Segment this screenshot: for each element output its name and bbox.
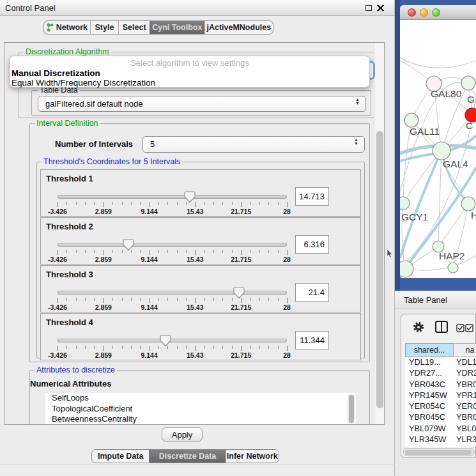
close-traffic-light-icon[interactable] <box>408 8 416 17</box>
threshold-3-slider[interactable]: -3.4262.8599.14415.4321.71528 <box>58 287 287 312</box>
settings-vertical-scrollbar[interactable] <box>374 43 385 425</box>
cell-name[interactable]: YBL0 <box>454 424 476 434</box>
slider-major-tick <box>104 298 104 303</box>
column-header-name[interactable]: na <box>454 343 476 357</box>
spinner-stepper-icon[interactable]: ▲▼ <box>354 138 358 146</box>
number-of-intervals-value: 5 <box>150 139 155 149</box>
network-node[interactable] <box>400 197 410 210</box>
table-data-combo[interactable]: galFiltered.sif default node ▲▼ <box>38 96 366 112</box>
slider-thumb[interactable] <box>160 335 171 347</box>
slider-major-tick <box>104 250 104 255</box>
network-graph[interactable]: GAL80 G. C GAL11 GAL4 GCY1 H HAP2 <box>400 20 476 278</box>
cell-name[interactable]: YBR0 <box>454 380 476 390</box>
cell-shared-name[interactable]: YDR27... <box>405 368 454 379</box>
scrollbar-thumb[interactable] <box>349 395 354 423</box>
tab-infer-network[interactable]: Infer Network <box>226 450 279 463</box>
cell-shared-name[interactable]: YBR045C <box>405 412 454 423</box>
apply-button[interactable]: Apply <box>162 427 203 441</box>
gear-icon[interactable] <box>412 321 425 334</box>
table-row[interactable]: YDL19...YDL1 <box>405 357 476 368</box>
combo-stepper-icon[interactable]: ▲▼ <box>355 98 360 105</box>
table-row[interactable]: YLR345WYLR3 <box>405 434 476 445</box>
network-nodes[interactable] <box>400 76 476 277</box>
number-of-intervals-spinner[interactable]: 5 ▲▼ <box>142 136 365 153</box>
tab-discretize-data[interactable]: Discretize Data <box>149 450 225 463</box>
cell-shared-name[interactable]: YIL052C <box>405 445 454 447</box>
float-window-icon[interactable] <box>365 5 372 11</box>
tab-style[interactable]: Style <box>90 21 119 34</box>
cell-name[interactable]: YDR2 <box>454 368 476 379</box>
numerical-attributes-list[interactable]: SelfLoops TopologicalCoefficient Between… <box>45 393 356 425</box>
cell-shared-name[interactable]: YBR043C <box>405 380 454 390</box>
column-header-shared-name[interactable]: shared... <box>405 343 454 357</box>
tab-select[interactable]: Select <box>118 21 150 34</box>
cell-shared-name[interactable]: YDL19... <box>405 357 454 368</box>
tab-cyni-toolbox[interactable]: Cyni Toolbox <box>150 21 204 34</box>
table-row[interactable]: YBL079WYBL0 <box>405 424 476 434</box>
cell-name[interactable]: YPR1 <box>454 390 476 401</box>
network-node[interactable] <box>400 261 413 277</box>
list-item[interactable]: SelfLoops <box>45 393 356 404</box>
slider-track[interactable] <box>58 339 287 342</box>
slider-thumb[interactable] <box>184 191 196 203</box>
network-node[interactable] <box>404 113 418 127</box>
threshold-2-slider[interactable]: -3.4262.8599.14415.4321.71528 <box>58 239 287 265</box>
cell-shared-name[interactable]: YPR145W <box>405 390 454 401</box>
slider-track[interactable] <box>58 291 287 295</box>
slider-track[interactable] <box>58 243 287 247</box>
threshold-4-slider[interactable]: -3.4262.8599.14415.4321.71528 <box>58 335 287 360</box>
slider-track[interactable] <box>58 195 287 199</box>
threshold-3-value-field[interactable]: 21.4 <box>295 283 329 302</box>
threshold-2-value-field[interactable]: 6.316 <box>295 235 329 254</box>
column-layout-icon[interactable] <box>434 320 449 334</box>
minimize-traffic-light-icon[interactable] <box>420 8 428 17</box>
table-row[interactable]: YER054CYER0 <box>405 401 476 412</box>
slider-tick-label: -3.426 <box>48 208 67 215</box>
slider-tick-label: 21.715 <box>231 256 251 263</box>
table-row[interactable]: YDR27...YDR2 <box>405 368 476 379</box>
tab-select-label: Select <box>123 23 146 32</box>
table-rows: YDL19...YDL1 YDR27...YDR2 YBR043CYBR0 YP… <box>405 357 476 447</box>
slider-thumb[interactable] <box>233 287 245 299</box>
scrollbar-thumb[interactable] <box>405 450 472 455</box>
cell-name[interactable]: YER0 <box>454 401 476 412</box>
threshold-1-value-field[interactable]: 14.713 <box>295 187 329 206</box>
table-row[interactable]: YIL052CYIL0 <box>405 445 476 447</box>
tab-cyni-toolbox-label: Cyni Toolbox <box>152 23 202 32</box>
algorithm-option-equal-width[interactable]: Equal Width/Frequency Discretization <box>12 78 155 88</box>
checkbox-icon[interactable] <box>456 324 464 332</box>
threshold-1-slider[interactable]: -3.4262.8599.14415.4321.71528 <box>58 191 287 217</box>
cell-name[interactable]: YBR0 <box>454 412 476 423</box>
table-row[interactable]: YPR145WYPR1 <box>405 390 476 401</box>
scrollbar-thumb[interactable] <box>376 131 383 408</box>
slider-thumb[interactable] <box>123 239 134 251</box>
cell-shared-name[interactable]: YBL079W <box>405 424 454 434</box>
close-icon[interactable] <box>377 4 384 12</box>
algorithm-option-manual[interactable]: Manual Discretization <box>12 68 100 78</box>
cell-name[interactable]: YDL1 <box>454 357 476 368</box>
network-node[interactable] <box>461 197 475 211</box>
table-horizontal-scrollbar[interactable] <box>403 448 475 456</box>
list-item[interactable]: TopologicalCoefficient <box>45 404 356 415</box>
tab-network[interactable]: Network <box>44 21 90 34</box>
cell-shared-name[interactable]: YLR345W <box>405 434 454 445</box>
panel-bottom-divider <box>0 464 395 465</box>
checkbox-icon[interactable] <box>465 324 473 332</box>
tab-jactivemnodules[interactable]: jActiveMNodules <box>204 21 273 34</box>
slider-major-tick <box>287 202 288 207</box>
network-node[interactable] <box>433 142 450 160</box>
network-node[interactable] <box>461 76 475 90</box>
table-row[interactable]: YBR045CYBR0 <box>405 412 476 423</box>
table-row[interactable]: YBR043CYBR0 <box>405 380 476 390</box>
network-window-titlebar[interactable] <box>400 5 476 20</box>
cell-name[interactable]: YLR3 <box>454 434 476 445</box>
cell-name[interactable]: YIL0 <box>454 445 476 447</box>
network-window[interactable]: GAL80 G. C GAL11 GAL4 GCY1 H HAP2 <box>400 5 476 278</box>
list-item[interactable]: BetweennessCentrality <box>45 414 356 425</box>
network-node[interactable] <box>448 263 458 273</box>
tab-impute-data[interactable]: Impute Data <box>92 450 149 463</box>
cell-shared-name[interactable]: YER054C <box>405 401 454 412</box>
zoom-traffic-light-icon[interactable] <box>432 8 440 17</box>
attributes-list-scrollbar[interactable] <box>348 394 355 424</box>
threshold-4-value-field[interactable]: 11.344 <box>295 331 329 349</box>
